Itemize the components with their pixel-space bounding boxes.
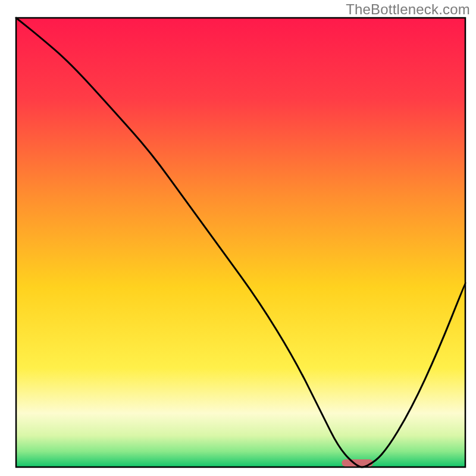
chart-svg [0, 0, 476, 476]
plot-background [16, 18, 465, 467]
chart-container: TheBottleneck.com [0, 0, 476, 476]
